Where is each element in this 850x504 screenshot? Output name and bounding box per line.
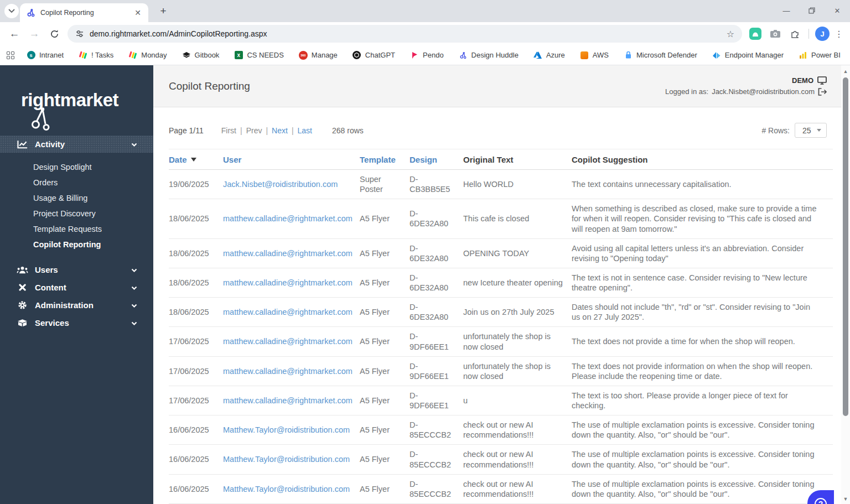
rightmarket-favicon: [27, 8, 35, 17]
bookmark-star-icon[interactable]: ☆: [727, 29, 734, 39]
window-close-icon[interactable]: ✕: [825, 0, 850, 21]
tab-search-button[interactable]: [4, 4, 19, 18]
sidebar-item-administration[interactable]: Administration: [0, 297, 153, 314]
password-extension-icon[interactable]: [748, 26, 763, 41]
user-email-link[interactable]: Matthew.Taylor@roidistribution.com: [223, 455, 350, 464]
cell-template: A5 Flyer: [360, 332, 410, 351]
cell-original-text: new Iceture theater opening: [463, 273, 572, 292]
services-icon: [16, 319, 28, 327]
user-email-link[interactable]: matthew.calladine@rightmarket.com: [223, 396, 353, 405]
bookmark-endpoint-manager[interactable]: Endpoint Manager: [712, 51, 784, 60]
cell-date: 18/06/2025: [169, 303, 223, 321]
users-icon: [16, 266, 28, 274]
user-email-link[interactable]: Matthew.Taylor@roidistribution.com: [223, 425, 350, 434]
sidebar-subitem-orders[interactable]: Orders: [0, 175, 153, 190]
column-header-design[interactable]: Design: [410, 149, 463, 169]
page-scrollbar[interactable]: ▲ ▼: [841, 65, 850, 504]
profile-avatar[interactable]: J: [815, 26, 830, 41]
bookmark--tasks[interactable]: ! Tasks: [79, 51, 113, 60]
bookmark-gitbook[interactable]: Gitbook: [182, 51, 220, 60]
logout-icon[interactable]: [818, 88, 827, 96]
cell-design: D-6DE32A80: [410, 204, 463, 233]
user-email-link[interactable]: Jack.Nisbet@roidistribution.com: [223, 180, 338, 189]
column-header-copilot-suggestion: Copilot Suggestion: [572, 149, 833, 169]
sidebar-item-activity[interactable]: Activity: [0, 136, 153, 153]
pagination-first[interactable]: First: [221, 126, 236, 135]
new-tab-button[interactable]: +: [156, 4, 170, 18]
pagination-next[interactable]: Next: [272, 126, 288, 135]
url-bar[interactable]: demo.rightmarket.com/AdminCopilotReporti…: [68, 25, 742, 43]
sidebar-subitem-design-spotlight[interactable]: Design Spotlight: [0, 159, 153, 175]
column-header-date[interactable]: Date: [169, 149, 223, 169]
bookmark-chatgpt[interactable]: ChatGPT: [353, 51, 395, 60]
bookmark-aws[interactable]: AWS: [580, 51, 609, 60]
cell-user: Matthew.Taylor@roidistribution.com: [223, 450, 360, 469]
extensions-puzzle-icon[interactable]: [787, 26, 803, 41]
user-email-link[interactable]: matthew.calladine@rightmarket.com: [223, 278, 353, 287]
tab-title: Copilot Reporting: [40, 9, 133, 17]
window-restore-icon[interactable]: [799, 0, 825, 21]
logo[interactable]: rightmarket: [0, 65, 153, 135]
sidebar-subitem-project-discovery[interactable]: Project Discovery: [0, 206, 153, 221]
bookmark-label: AWS: [593, 51, 609, 59]
bookmark-monday[interactable]: Monday: [128, 51, 167, 60]
sidebar-item-services[interactable]: Services: [0, 314, 153, 331]
back-icon[interactable]: ←: [6, 25, 23, 43]
bookmark-pendo[interactable]: Pendo: [410, 51, 444, 60]
site-settings-icon[interactable]: [75, 29, 84, 38]
bookmark-cs-needs[interactable]: xCS NEEDS: [234, 51, 283, 60]
screenshot-extension-icon[interactable]: [768, 26, 783, 41]
user-email-link[interactable]: matthew.calladine@rightmarket.com: [223, 249, 353, 258]
scrollbar-thumb[interactable]: [843, 77, 848, 416]
azure-icon: [533, 51, 542, 60]
user-email-link[interactable]: Matthew.Taylor@roidistribution.com: [223, 485, 350, 493]
browser-menu-icon[interactable]: ⋮: [832, 29, 846, 39]
cell-date: 19/06/2025: [169, 175, 223, 194]
cell-design: D-6DE32A80: [410, 268, 463, 297]
sidebar-subitem-copilot-reporting[interactable]: Copilot Reporting: [0, 237, 153, 252]
cell-user: Matthew.Taylor@roidistribution.com: [223, 480, 360, 498]
reload-icon[interactable]: [45, 25, 63, 43]
bookmark-power-bi[interactable]: Power BI: [799, 51, 841, 60]
cell-design: D-85ECCCB2: [410, 415, 463, 444]
pagination-prev[interactable]: Prev: [246, 126, 262, 135]
environment-badge: DEMO: [665, 76, 827, 85]
column-header-template[interactable]: Template: [360, 149, 410, 169]
user-email-link[interactable]: matthew.calladine@rightmarket.com: [223, 308, 353, 316]
chatgpt-icon: [353, 51, 361, 60]
help-button[interactable]: ?: [807, 490, 834, 504]
sidebar-item-label: Activity: [35, 139, 131, 149]
table-row: 18/06/2025matthew.calladine@rightmarket.…: [169, 239, 833, 268]
cell-template: Super Poster: [360, 170, 410, 199]
url-text: demo.rightmarket.com/AdminCopilotReporti…: [90, 29, 727, 38]
browser-tab[interactable]: Copilot Reporting ✕: [20, 3, 148, 22]
sidebar-subitem-template-requests[interactable]: Template Requests: [0, 221, 153, 237]
design-huddle-icon: [459, 51, 468, 60]
bookmark-intranet[interactable]: sIntranet: [27, 51, 64, 60]
bookmark-design-huddle[interactable]: Design Huddle: [459, 51, 519, 60]
chart-line-icon: [16, 140, 28, 149]
pagination-last[interactable]: Last: [298, 126, 312, 135]
bookmark-azure[interactable]: Azure: [533, 51, 565, 60]
column-header-original-text: Original Text: [463, 149, 572, 169]
sidebar-item-users[interactable]: Users: [0, 261, 153, 278]
rows-per-page-select[interactable]: 25: [795, 123, 827, 138]
sidebar-item-content[interactable]: Content: [0, 279, 153, 296]
scroll-up-icon[interactable]: ▲: [841, 69, 850, 74]
sidebar-subitem-usage-billing[interactable]: Usage & Billing: [0, 190, 153, 206]
user-email-link[interactable]: matthew.calladine@rightmarket.com: [223, 367, 353, 376]
scroll-down-icon[interactable]: ▼: [841, 496, 850, 502]
tab-close-icon[interactable]: ✕: [133, 8, 143, 17]
column-header-user[interactable]: User: [223, 149, 360, 169]
user-email-link[interactable]: matthew.calladine@rightmarket.com: [223, 214, 353, 223]
apps-grid-icon[interactable]: [7, 51, 14, 59]
bookmark-manage[interactable]: 360Manage: [299, 51, 338, 60]
bookmark-label: ChatGPT: [365, 51, 395, 59]
forward-icon[interactable]: →: [25, 25, 43, 43]
bookmark-microsoft-defender[interactable]: Microsoft Defender: [624, 51, 697, 60]
sidebar-item-label: Content: [35, 283, 131, 292]
bookmark-label: Azure: [546, 51, 565, 59]
window-minimize-icon[interactable]: —: [774, 0, 799, 21]
user-email-link[interactable]: matthew.calladine@rightmarket.com: [223, 337, 353, 346]
cell-user: matthew.calladine@rightmarket.com: [223, 391, 360, 410]
